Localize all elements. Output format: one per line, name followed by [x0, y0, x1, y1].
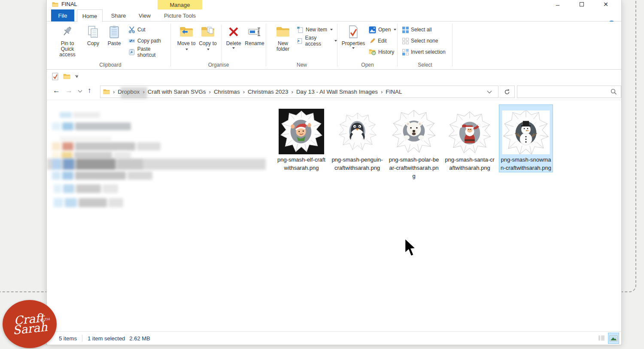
delete-button[interactable]: Delete	[224, 24, 243, 49]
crumb-separator: ›	[292, 89, 293, 95]
search-input[interactable]	[517, 86, 611, 98]
copy-path-label: Copy path	[137, 38, 161, 44]
close-button[interactable]: ×	[594, 0, 618, 9]
pin-icon	[62, 24, 73, 40]
selection-size: 2.62 MB	[129, 335, 150, 342]
nav-item-redacted[interactable]	[54, 198, 123, 207]
tab-view[interactable]: View	[134, 9, 156, 21]
thumbnail-view-button[interactable]	[608, 333, 619, 343]
back-button[interactable]: ←	[53, 86, 60, 95]
new-item-label: New item	[306, 27, 327, 33]
properties-caret-icon	[352, 47, 355, 49]
properties-button[interactable]: Properties	[341, 24, 365, 49]
new-group-label: New	[267, 62, 337, 68]
redacted-blur-patch	[121, 87, 147, 98]
nav-item-redacted[interactable]	[54, 184, 118, 193]
file-item-polar-bear[interactable]: png-smash-polar-bear-craftwithsarah.png	[389, 105, 439, 180]
pin-to-quick-access-button[interactable]: Pin to Quick access	[54, 24, 81, 58]
cut-button[interactable]: Cut	[128, 25, 146, 34]
select-none-button[interactable]: Select none	[402, 36, 438, 46]
paste-shortcut-button[interactable]: Paste shortcut	[128, 47, 170, 57]
select-all-label: Select all	[411, 27, 432, 33]
refresh-icon	[504, 89, 510, 95]
tab-picture-tools[interactable]: Picture Tools	[158, 9, 202, 21]
ribbon: Pin to Quick access Copy Paste Cut C	[47, 21, 621, 70]
select-none-label: Select none	[411, 38, 438, 44]
nav-item-redacted[interactable]	[52, 152, 131, 159]
search-icon	[611, 89, 617, 95]
minimize-button[interactable]: –	[546, 0, 570, 9]
history-button[interactable]: History	[369, 47, 394, 57]
breadcrumb-bar[interactable]: › Dropbox › Craft with Sarah SVGs › Chri…	[100, 86, 498, 98]
nav-item-redacted[interactable]	[60, 136, 111, 141]
nav-item-redacted[interactable]	[52, 142, 161, 150]
tab-file[interactable]: File	[51, 9, 74, 21]
new-folder-label: New folder	[273, 41, 293, 52]
rename-icon	[248, 24, 261, 40]
easy-access-button[interactable]: Easy access	[297, 36, 337, 46]
new-folder-icon	[276, 24, 290, 40]
organise-group-label: Organise	[171, 62, 266, 68]
craft-with-sarah-logo: Craft WITH Sarah	[3, 300, 57, 348]
search-box[interactable]	[517, 86, 621, 98]
breadcrumb-christmas-2023[interactable]: Christmas 2023	[248, 89, 289, 95]
clipboard-group-label: Clipboard	[51, 62, 170, 68]
file-item-elf[interactable]: png-smash-elf-craftwithsarah.png	[276, 105, 327, 172]
file-thumbnail-santa	[447, 106, 492, 154]
file-explorer-window: FINAL Manage – × File Home Share View Pi…	[46, 0, 622, 345]
move-to-label: Move to	[177, 40, 196, 46]
window-folder-icon	[52, 2, 58, 7]
tab-manage[interactable]: Manage	[158, 0, 202, 9]
details-view-button[interactable]	[596, 333, 607, 343]
ribbon-group-clipboard: Pin to Quick access Copy Paste Cut C	[51, 21, 170, 70]
refresh-button[interactable]	[499, 86, 515, 98]
cut-icon	[128, 26, 135, 33]
qat-folder-icon[interactable]	[63, 73, 70, 80]
delete-label: Delete	[226, 41, 241, 46]
breadcrumb-final[interactable]: FINAL	[386, 89, 402, 95]
logo-text-sarah: Sarah	[12, 321, 48, 336]
qat-properties-icon[interactable]	[52, 73, 58, 80]
maximize-button[interactable]	[570, 0, 594, 9]
edit-label: Edit	[378, 38, 387, 44]
file-name: png-smash-snowman-craftwithsarah.png	[500, 156, 552, 172]
rename-button[interactable]: Rename	[243, 24, 266, 46]
title-bar[interactable]: FINAL Manage – ×	[47, 0, 621, 9]
tab-home[interactable]: Home	[77, 9, 103, 22]
new-item-caret-icon	[330, 29, 333, 31]
recent-locations-icon[interactable]	[78, 90, 82, 93]
file-item-santa[interactable]: png-smash-santa-craftwithsarah.png	[444, 105, 495, 172]
tab-share[interactable]: Share	[106, 9, 131, 21]
copy-path-button[interactable]: Copy path	[128, 36, 161, 46]
nav-item-redacted[interactable]	[52, 171, 152, 180]
up-button[interactable]: ↑	[88, 86, 91, 95]
new-item-button[interactable]: New item	[297, 25, 333, 34]
edit-button[interactable]: Edit	[369, 36, 387, 46]
open-button[interactable]: Open	[369, 25, 396, 34]
move-to-button[interactable]: Move to	[176, 24, 196, 52]
file-item-penguin[interactable]: png-smash-penguin-craftwithsarah.png	[332, 105, 383, 172]
nav-item-redacted[interactable]	[52, 122, 131, 130]
nav-item-selected-redacted[interactable]	[47, 159, 266, 170]
ribbon-tabs: File Home Share View Picture Tools ?	[47, 9, 621, 21]
paste-button[interactable]: Paste	[104, 24, 124, 46]
copy-to-caret-icon	[207, 49, 210, 50]
qat-customize-icon[interactable]	[75, 75, 78, 78]
new-folder-button[interactable]: New folder	[273, 24, 293, 52]
breadcrumb-day-13[interactable]: Day 13 - AI Wall Smash Images	[296, 89, 378, 95]
copy-button[interactable]: Copy	[84, 24, 103, 46]
breadcrumb-folder-icon	[103, 89, 110, 95]
copy-to-button[interactable]: Copy to	[198, 24, 218, 52]
breadcrumb-craft-with-sarah-svgs[interactable]: Craft with Sarah SVGs	[148, 89, 206, 95]
copy-label: Copy	[87, 41, 99, 46]
file-item-snowman-selected[interactable]: png-smash-snowman-craftwithsarah.png	[499, 105, 553, 172]
breadcrumb-christmas[interactable]: Christmas	[214, 89, 240, 95]
open-caret-icon	[394, 29, 396, 31]
invert-selection-button[interactable]: Invert selection	[402, 47, 446, 57]
nav-item-redacted[interactable]	[60, 112, 100, 118]
crumb-separator: ›	[243, 89, 245, 95]
forward-button[interactable]: →	[65, 86, 73, 95]
select-all-button[interactable]: Select all	[402, 25, 432, 34]
paste-label: Paste	[108, 41, 121, 46]
address-dropdown-icon[interactable]	[487, 90, 492, 94]
